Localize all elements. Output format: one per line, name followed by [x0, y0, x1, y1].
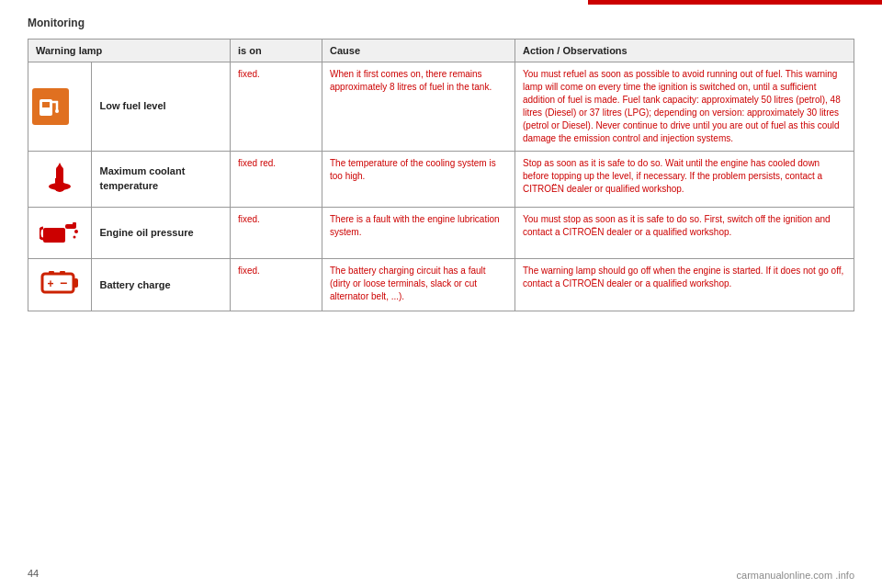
ison-oil: fixed.: [231, 207, 322, 259]
icon-cell-battery: + −: [28, 259, 92, 311]
col-warning-lamp: Warning lamp: [28, 40, 231, 62]
col-action: Action / Observations: [515, 40, 854, 62]
icon-cell-coolant: 🌡: [28, 152, 92, 208]
action-battery: The warning lamp should go off when the …: [515, 259, 854, 311]
page: Monitoring Warning lamp is on Cause Acti…: [0, 0, 882, 588]
action-fuel: You must refuel as soon as possible to a…: [515, 62, 854, 152]
svg-rect-14: [74, 278, 78, 288]
table-header-row: Warning lamp is on Cause Action / Observ…: [28, 40, 854, 62]
fuel-svg: [36, 92, 65, 121]
page-number: 44: [28, 568, 39, 579]
action-oil: You must stop as soon as it is safe to d…: [515, 207, 854, 259]
col-is-on: is on: [231, 40, 322, 62]
svg-rect-8: [43, 228, 65, 243]
table-row: 🌡 Maximum coolant temperature fixed red.: [28, 152, 854, 208]
ison-battery: fixed.: [231, 259, 322, 311]
svg-point-12: [74, 235, 76, 238]
red-accent-line: [588, 0, 882, 5]
svg-rect-16: [60, 271, 65, 275]
svg-rect-1: [42, 102, 50, 107]
table-row: Low fuel level fixed. When it first come…: [28, 62, 854, 152]
lamp-name-coolant: Maximum coolant temperature: [92, 152, 231, 208]
svg-rect-15: [49, 271, 54, 275]
table-row: Engine oil pressure fixed. There is a fa…: [28, 207, 854, 259]
oil-pressure-icon: [40, 215, 80, 248]
lamp-name-oil: Engine oil pressure: [92, 207, 231, 259]
watermark: carmanualonline.com .info: [737, 570, 854, 581]
battery-icon: + −: [40, 266, 79, 300]
warning-lamps-table: Warning lamp is on Cause Action / Observ…: [28, 39, 854, 311]
coolant-icon: 🌡: [41, 159, 78, 196]
lamp-name-fuel: Low fuel level: [92, 62, 231, 152]
cause-coolant: The temperature of the cooling system is…: [322, 152, 515, 208]
ison-coolant: fixed red.: [231, 152, 322, 208]
cause-battery: The battery charging circuit has a fault…: [322, 259, 515, 311]
action-coolant: Stop as soon as it is safe to do so. Wai…: [515, 152, 854, 208]
col-cause: Cause: [322, 40, 515, 62]
svg-rect-10: [73, 222, 76, 226]
fuel-icon: [32, 88, 69, 125]
svg-point-2: [55, 109, 59, 113]
svg-point-11: [74, 230, 78, 233]
page-title: Monitoring: [28, 17, 854, 29]
svg-text:+: +: [48, 277, 54, 290]
ison-fuel: fixed.: [231, 62, 322, 152]
svg-text:−: −: [60, 276, 67, 290]
table-row: + − Battery charge fixed. The battery ch…: [28, 259, 854, 311]
cause-oil: There is a fault with the engine lubrica…: [322, 207, 515, 259]
lamp-name-battery: Battery charge: [92, 259, 231, 311]
svg-point-6: [54, 181, 65, 192]
cause-fuel: When it first comes on, there remains ap…: [322, 62, 515, 152]
icon-cell-fuel: [28, 62, 92, 152]
icon-cell-oil: [28, 207, 92, 259]
